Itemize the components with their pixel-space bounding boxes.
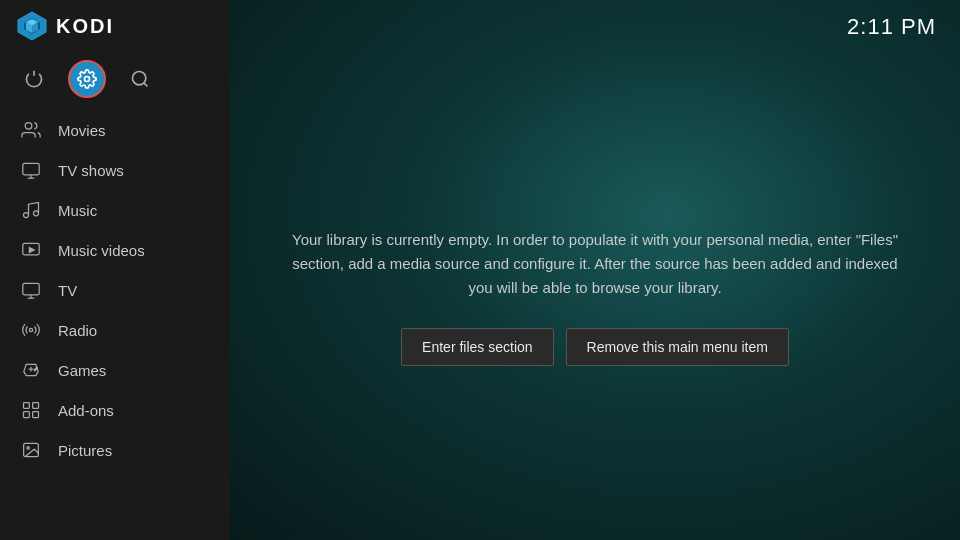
power-button[interactable] [16,61,52,97]
remove-menu-item-button[interactable]: Remove this main menu item [566,328,789,366]
library-message: Your library is currently empty. In orde… [290,228,900,300]
svg-marker-15 [29,248,34,253]
action-buttons: Enter files section Remove this main men… [401,328,789,366]
sidebar-item-radio[interactable]: Radio [0,310,230,350]
pictures-label: Pictures [58,442,112,459]
content-area: Your library is currently empty. In orde… [230,54,960,540]
sidebar-item-tvshows[interactable]: TV shows [0,150,230,190]
svg-point-29 [27,447,29,449]
kodi-logo: KODI [16,10,114,42]
settings-button[interactable] [68,60,106,98]
nav-items: Movies TV shows Music [0,110,230,540]
radio-icon [20,319,42,341]
games-label: Games [58,362,106,379]
svg-rect-28 [24,443,39,456]
musicvideos-icon [20,239,42,261]
svg-point-19 [29,328,32,331]
sidebar-header: KODI [0,0,230,52]
sidebar-item-pictures[interactable]: Pictures [0,430,230,470]
svg-point-23 [36,368,38,370]
tvshows-icon [20,159,42,181]
sidebar-item-movies[interactable]: Movies [0,110,230,150]
svg-rect-26 [24,412,30,418]
sidebar-item-games[interactable]: Games [0,350,230,390]
tv-icon [20,279,42,301]
svg-point-12 [24,213,29,218]
games-icon [20,359,42,381]
sidebar-controls [0,52,230,110]
svg-rect-16 [23,283,39,294]
tv-label: TV [58,282,77,299]
movies-label: Movies [58,122,106,139]
svg-rect-24 [24,403,30,409]
addons-icon [20,399,42,421]
svg-point-13 [34,211,39,216]
sidebar: KODI [0,0,230,540]
music-icon [20,199,42,221]
svg-line-7 [144,83,148,87]
main-content: 2:11 PM Your library is currently empty.… [230,0,960,540]
kodi-icon [16,10,48,42]
svg-rect-9 [23,163,39,174]
tvshows-label: TV shows [58,162,124,179]
addons-label: Add-ons [58,402,114,419]
sidebar-item-addons[interactable]: Add-ons [0,390,230,430]
musicvideos-label: Music videos [58,242,145,259]
svg-rect-25 [33,403,39,409]
enter-files-button[interactable]: Enter files section [401,328,554,366]
movies-icon [20,119,42,141]
sidebar-item-music[interactable]: Music [0,190,230,230]
svg-point-22 [34,369,36,371]
time-display: 2:11 PM [847,14,936,40]
svg-point-5 [85,77,90,82]
search-button[interactable] [122,61,158,97]
sidebar-item-musicvideos[interactable]: Music videos [0,230,230,270]
pictures-icon [20,439,42,461]
topbar: 2:11 PM [230,0,960,54]
svg-point-6 [133,72,146,85]
svg-rect-27 [33,412,39,418]
svg-point-8 [25,123,32,130]
music-label: Music [58,202,97,219]
radio-label: Radio [58,322,97,339]
sidebar-item-tv[interactable]: TV [0,270,230,310]
app-title: KODI [56,15,114,38]
